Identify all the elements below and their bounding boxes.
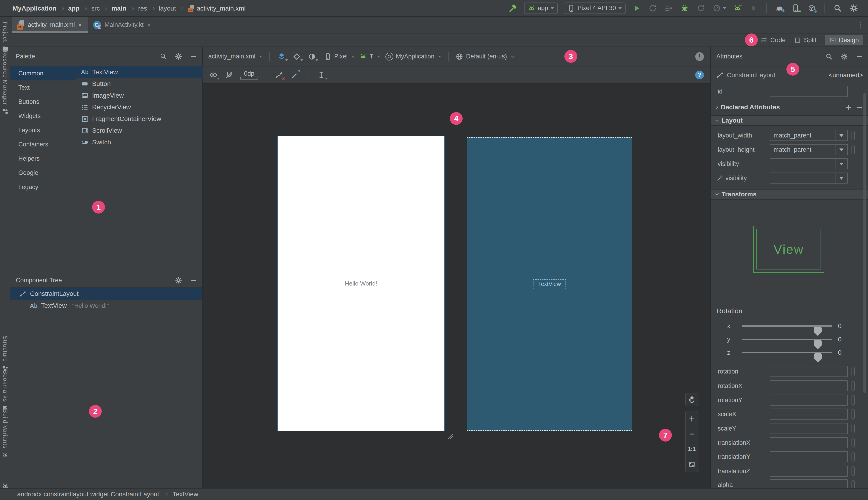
- rotationx-input[interactable]: [770, 380, 848, 391]
- attribute-toggle-pill[interactable]: [852, 409, 855, 419]
- scaley-input[interactable]: [770, 423, 848, 434]
- sidebar-item-structure[interactable]: Structure: [0, 336, 10, 372]
- palette-category-google[interactable]: Google: [10, 166, 76, 180]
- attribute-toggle-pill[interactable]: [852, 130, 855, 140]
- tab-activity-main-xml[interactable]: <> activity_main.xml ×: [12, 17, 88, 33]
- translationx-input[interactable]: [770, 437, 848, 448]
- add-attribute-button[interactable]: [845, 104, 852, 111]
- run-button[interactable]: [631, 3, 642, 13]
- breadcrumb-layout[interactable]: layout: [159, 5, 176, 12]
- translationz-input[interactable]: [770, 466, 848, 477]
- clear-constraints-icon[interactable]: [274, 70, 284, 80]
- remove-attribute-button[interactable]: [856, 104, 863, 111]
- settings-gear-icon[interactable]: [849, 3, 859, 13]
- layout-section-header[interactable]: Layout: [711, 115, 868, 126]
- palette-item-textview[interactable]: Ab TextView: [76, 66, 203, 78]
- breadcrumb-res[interactable]: res: [138, 5, 147, 12]
- default-margin-select[interactable]: 0dp: [240, 70, 258, 80]
- build-hammer-icon[interactable]: [508, 3, 518, 13]
- palette-item-button[interactable]: Button: [76, 78, 203, 90]
- scalex-input[interactable]: [770, 409, 848, 420]
- attribute-toggle-pill[interactable]: [852, 424, 855, 433]
- attribute-toggle-pill[interactable]: [852, 466, 855, 476]
- attribute-toggle-pill[interactable]: [852, 480, 855, 488]
- palette-category-containers[interactable]: Containers: [10, 137, 76, 151]
- autoconnect-magnet-icon[interactable]: [224, 70, 235, 80]
- search-icon[interactable]: [825, 53, 833, 60]
- attribute-toggle-pill[interactable]: [852, 145, 855, 155]
- status-breadcrumb-constraintlayout[interactable]: androidx.constraintlayout.widget.Constra…: [17, 491, 159, 498]
- minimize-icon[interactable]: [190, 53, 197, 60]
- slider-handle[interactable]: [814, 353, 822, 363]
- transforms-section-header[interactable]: Transforms: [711, 189, 868, 200]
- slider-track[interactable]: [742, 326, 832, 327]
- breadcrumb-main[interactable]: main: [111, 5, 126, 12]
- translationy-input[interactable]: [770, 451, 848, 462]
- debug-button[interactable]: [679, 3, 690, 13]
- alpha-input[interactable]: [770, 479, 848, 488]
- profiler-button[interactable]: [712, 3, 727, 13]
- breadcrumb-file[interactable]: activity_main.xml: [197, 5, 245, 12]
- sidebar-item-resource-manager[interactable]: Resource Manager: [0, 50, 10, 115]
- tab-main-activity-kt[interactable]: C MainActivity.kt ×: [88, 17, 157, 33]
- run-tests-icon[interactable]: [664, 3, 674, 13]
- rotationy-input[interactable]: [770, 395, 848, 406]
- attribute-toggle-pill[interactable]: [852, 395, 855, 405]
- device-manager-icon[interactable]: [790, 3, 801, 13]
- device-select[interactable]: Pixel 4 API 30: [564, 2, 626, 14]
- apply-changes-icon[interactable]: [648, 3, 658, 13]
- slider-track[interactable]: [742, 339, 832, 340]
- design-canvas[interactable]: Hello World! TextView 1:1: [203, 84, 710, 488]
- tab-options-kebab-icon[interactable]: [856, 20, 866, 30]
- issue-panel-icon[interactable]: !: [695, 52, 704, 61]
- search-everywhere-icon[interactable]: [833, 3, 843, 13]
- attribute-toggle-pill[interactable]: [852, 367, 855, 376]
- palette-item-scrollview[interactable]: ScrollView: [76, 125, 203, 136]
- palette-category-buttons[interactable]: Buttons: [10, 95, 76, 109]
- breadcrumb-app[interactable]: app: [68, 5, 80, 12]
- palette-category-helpers[interactable]: Helpers: [10, 151, 76, 166]
- zoom-in-button[interactable]: [686, 411, 698, 427]
- layout-height-select[interactable]: match_parent: [770, 144, 848, 155]
- gradle-sync-icon[interactable]: [775, 3, 785, 13]
- attach-debugger-icon[interactable]: [732, 3, 742, 13]
- tools-visibility-select[interactable]: [770, 172, 848, 183]
- slider-track[interactable]: [742, 352, 832, 353]
- orientation-select[interactable]: [292, 52, 302, 61]
- tree-item-constraintlayout[interactable]: ConstraintLayout: [10, 288, 202, 300]
- infer-constraints-wand-icon[interactable]: [290, 70, 300, 80]
- sidebar-item-bookmarks[interactable]: Bookmarks: [0, 370, 10, 412]
- run-configuration-select[interactable]: app: [524, 2, 558, 14]
- palette-item-recyclerview[interactable]: RecyclerView: [76, 101, 203, 113]
- palette-category-widgets[interactable]: Widgets: [10, 109, 76, 123]
- gear-icon[interactable]: [841, 53, 848, 60]
- hello-world-textview[interactable]: Hello World!: [278, 280, 444, 287]
- gear-icon[interactable]: [175, 276, 182, 284]
- close-icon[interactable]: ×: [147, 22, 151, 29]
- attribute-toggle-pill[interactable]: [852, 452, 855, 462]
- mode-split-button[interactable]: Split: [794, 36, 816, 44]
- sidebar-item-build-variants[interactable]: Build Variants: [0, 409, 10, 459]
- search-icon[interactable]: [160, 53, 167, 60]
- apply-code-changes-icon[interactable]: [696, 3, 706, 13]
- help-icon[interactable]: ?: [695, 71, 704, 79]
- night-mode-select[interactable]: [307, 52, 317, 61]
- blueprint-surface[interactable]: TextView: [467, 137, 632, 431]
- minimize-icon[interactable]: [856, 53, 863, 60]
- file-menu[interactable]: activity_main.xml: [208, 53, 262, 60]
- attributes-scrollbar[interactable]: [864, 93, 866, 393]
- pan-hand-button[interactable]: [685, 393, 698, 406]
- sidebar-item-project[interactable]: Project: [0, 22, 10, 52]
- api-version-menu[interactable]: T: [359, 53, 380, 60]
- stop-button[interactable]: [749, 3, 758, 13]
- status-breadcrumb-textview[interactable]: TextView: [173, 491, 198, 498]
- gear-icon[interactable]: [175, 53, 182, 60]
- device-menu[interactable]: Pixel: [324, 53, 355, 60]
- attribute-toggle-pill[interactable]: [852, 381, 855, 391]
- breadcrumb-project[interactable]: MyApplication: [13, 5, 56, 12]
- blueprint-textview[interactable]: TextView: [533, 279, 566, 289]
- id-input[interactable]: [770, 86, 848, 97]
- mode-design-button[interactable]: Design: [825, 35, 863, 45]
- tree-item-textview[interactable]: Ab TextView "Hello World!": [10, 300, 202, 311]
- view-options-eye-icon[interactable]: [208, 70, 218, 80]
